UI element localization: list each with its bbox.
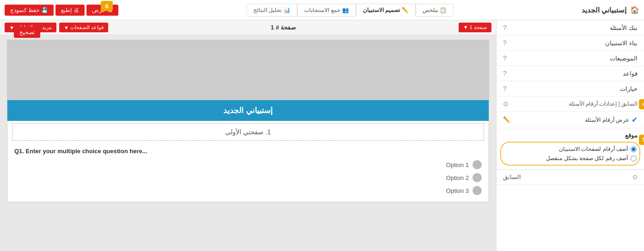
prev-bottom-label: السابق	[503, 173, 521, 180]
question-text: Q1. Enter your multiple choice question …	[14, 148, 482, 155]
radio-label-2: أضف رقم لكل صفحة بشكل منفصل	[546, 155, 628, 161]
show-numbering-label: عرض أرقام الأسئلة	[585, 117, 629, 123]
print-icon: 🖨	[74, 7, 79, 13]
location-title: موقع	[503, 132, 638, 139]
question-icon-0: ?	[503, 24, 507, 31]
sidebar-item-topics[interactable]: الموضيعات ?	[497, 51, 644, 66]
responses-icon: 👥	[342, 7, 349, 13]
question-icon-2: ?	[503, 54, 507, 62]
prev-numbering-label: السابق | إعدادات أرقام الأسئلة	[569, 101, 638, 107]
dropdown-icon: ▼	[64, 25, 69, 30]
radio-option-2[interactable]: أضف رقم لكل صفحة بشكل منفصل	[504, 154, 637, 163]
survey-title: إستبياني الجديد	[223, 106, 273, 115]
option-circle-3	[472, 186, 482, 195]
tab-analyze[interactable]: 📊 تحليل النتائج	[246, 4, 297, 17]
save-icon: 💾	[41, 7, 48, 13]
survey-page-title: 1. صفحتي الأولى	[12, 123, 484, 141]
edit-icon: ✏️	[503, 116, 510, 123]
survey-title-bar: إستبياني الجديد	[7, 100, 489, 121]
header-right: 🏠 إستبياني الجديد	[582, 6, 639, 14]
badge-4: 4	[639, 99, 644, 109]
option-row-2: Option 2	[14, 171, 482, 184]
question-icon-4: ?	[503, 85, 507, 92]
tab-responses[interactable]: 👥 جمع الاستجابات	[297, 4, 356, 17]
save-button[interactable]: 💾 حفظ كنموذج	[5, 5, 54, 16]
radio-label-1: أضف أرقام لصفحات الاستبيان	[559, 146, 628, 152]
sidebar-item-rules[interactable]: قواعد ?	[497, 66, 644, 81]
section-header-numbering: السابق | إعدادات أرقام الأسئلة ⊙	[503, 100, 638, 108]
option-row-1: Option 1	[14, 158, 482, 171]
checkmark-icon: ✔	[632, 115, 638, 124]
survey-canvas: تصحيح إستبياني الجديد 1. صفحتي الأولى Q1…	[7, 40, 489, 202]
question-numbering-section: السابق | إعدادات أرقام الأسئلة ⊙	[497, 96, 644, 112]
option-label-2: Option 2	[446, 174, 469, 181]
prev-bottom-section: ⊙ السابق	[497, 169, 644, 185]
sub-toolbar-right: صفحة 1 ▼	[459, 23, 491, 32]
show-numbering-left: ✔ عرض أرقام الأسئلة	[585, 115, 638, 124]
right-sidebar: بنك الأسئلة ? بناء الاستبيان ? الموضيعات…	[496, 20, 644, 251]
tab-summary[interactable]: 📋 ملخص	[416, 4, 454, 17]
top-badge-6: 6	[101, 1, 113, 11]
sidebar-item-build-survey[interactable]: بناء الاستبيان ?	[497, 36, 644, 51]
option-row-3: Option 3	[14, 184, 482, 197]
tab-design[interactable]: ✏️ تصميم الاستبيان	[356, 4, 416, 17]
option-label-3: Option 3	[446, 187, 469, 194]
page-nav-button[interactable]: صفحة 1 ▼	[459, 23, 491, 32]
show-numbering-section: ✔ عرض أرقام الأسئلة ✏️	[497, 112, 644, 128]
header-title: إستبياني الجديد	[582, 6, 626, 14]
summary-icon: 📋	[440, 7, 447, 13]
survey-header-image: تصحيح	[7, 40, 489, 100]
sidebar-item-question-bank[interactable]: بنك الأسئلة ?	[497, 20, 644, 36]
survey-question: Q1. Enter your multiple choice question …	[7, 143, 489, 202]
question-icon-1: ?	[503, 39, 507, 47]
option-circle-1	[472, 160, 482, 169]
badge-5: 5	[639, 135, 644, 145]
rules-button[interactable]: قواعد الصفحات ▼	[59, 23, 108, 32]
radio-option-1[interactable]: أضف أرقام لصفحات الاستبيان	[504, 144, 637, 154]
question-icon-3: ?	[503, 70, 507, 77]
correction-button[interactable]: تصحيح	[14, 27, 40, 38]
analyze-icon: 📊	[283, 7, 290, 13]
radio-input-2[interactable]	[631, 155, 637, 161]
nav-tabs: 📋 ملخص ✏️ تصميم الاستبيان 👥 جمع الاستجاب…	[246, 4, 454, 17]
sub-toolbar: صفحة 1 ▼ صفحة # 1 قواعد الصفحات ▼ مزيد م…	[0, 20, 496, 35]
content-area: صفحة 1 ▼ صفحة # 1 قواعد الصفحات ▼ مزيد م…	[0, 20, 496, 251]
page-number-label: صفحة # 1	[271, 24, 296, 31]
option-label-1: Option 1	[446, 161, 469, 168]
show-numbering-header: ✔ عرض أرقام الأسئلة ✏️	[503, 115, 638, 124]
design-icon: ✏️	[402, 7, 409, 13]
location-title-row: موقع	[497, 128, 644, 140]
main-layout: بنك الأسئلة ? بناء الاستبيان ? الموضيعات…	[0, 20, 644, 251]
radio-input-1[interactable]	[631, 146, 637, 152]
home-icon[interactable]: 🏠	[630, 6, 639, 14]
circle-prev-bottom: ⊙	[632, 173, 638, 180]
header: 🏠 إستبياني الجديد 📋 ملخص ✏️ تصميم الاستب…	[0, 0, 644, 20]
print-button[interactable]: 🖨 إطبع	[55, 5, 85, 16]
sidebar-item-options[interactable]: خيارات ?	[497, 81, 644, 96]
page-nav-label: صفحة 1 ▼	[463, 24, 487, 30]
option-circle-2	[472, 173, 482, 182]
circle-prev-icon: ⊙	[503, 100, 509, 108]
radio-group-location: أضف أرقام لصفحات الاستبيان أضف رقم لكل ص…	[500, 142, 640, 166]
